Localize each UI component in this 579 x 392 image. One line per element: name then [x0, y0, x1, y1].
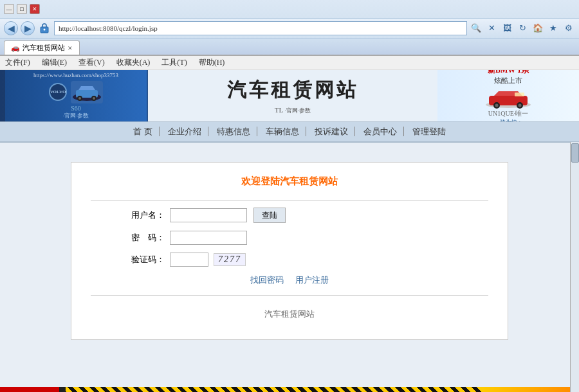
- svg-point-14: [495, 104, 499, 107]
- captcha-row: 验证码： 7277: [129, 253, 488, 267]
- bmw-section: 新BMW 1系 炫酷上市 UN1QUE·唯一 一骑为快 >: [437, 70, 579, 121]
- home-icon[interactable]: 🏠: [531, 22, 544, 35]
- unique-sub[interactable]: 一骑为快 >: [494, 118, 522, 121]
- settings-icon[interactable]: ⚙: [562, 22, 575, 35]
- login-title: 欢迎登陆汽车租赁网站: [91, 175, 488, 188]
- tab-favicon: 🚗: [11, 44, 20, 52]
- top-divider: [91, 200, 488, 201]
- links-row: 找回密码 用户注册: [91, 274, 488, 286]
- active-tab[interactable]: 🚗 汽车租赁网站 ✕: [4, 40, 80, 55]
- login-box: 欢迎登陆汽车租赁网站 用户名： 查陆 密 码： 验证码： 7277: [71, 162, 508, 340]
- register-link[interactable]: 用户注册: [295, 275, 329, 285]
- unique-text: UN1QUE·唯一: [488, 109, 529, 118]
- svg-point-1: [44, 29, 46, 31]
- close-button[interactable]: ✕: [30, 4, 40, 14]
- captcha-label: 验证码：: [129, 254, 165, 265]
- center-banner: 汽车租赁网站 TL ·官网·参数: [148, 70, 437, 121]
- volvo-sub: ·官网·参数: [63, 112, 89, 120]
- menu-help[interactable]: 帮助(H): [196, 56, 228, 69]
- bmw-sub: 炫酷上市: [494, 76, 522, 85]
- banner: https://www.huzhan.com/shop33753 https:/…: [0, 70, 579, 121]
- captcha-display: 7277: [214, 253, 246, 266]
- bottom-banner: 🦅 凤凰网 新版车险计算器: [0, 387, 579, 392]
- phoenix-logo: 🦅 凤凰网: [0, 387, 59, 392]
- minimize-button[interactable]: —: [4, 4, 14, 14]
- password-input[interactable]: [170, 231, 247, 245]
- stop-icon[interactable]: ✕: [485, 22, 498, 35]
- svg-point-15: [519, 104, 522, 107]
- username-row: 用户名： 查陆: [129, 208, 488, 223]
- bottom-ad-text[interactable]: 新版车险计算器: [481, 387, 579, 392]
- nav-admin[interactable]: 管理登陆: [406, 127, 452, 136]
- image-icon: 🖼: [501, 22, 513, 35]
- tab-close-button[interactable]: ✕: [68, 45, 73, 51]
- menu-favorites[interactable]: 收藏夹(A): [114, 56, 153, 69]
- search-icon[interactable]: 🔍: [470, 22, 482, 35]
- nav-about[interactable]: 企业介绍: [161, 127, 208, 136]
- svg-point-8: [93, 97, 95, 100]
- refresh-icon[interactable]: ↻: [516, 22, 529, 35]
- username-input[interactable]: [170, 208, 247, 222]
- volvo-section: https://www.huzhan.com/shop33753 VOLVO: [5, 70, 147, 121]
- nav-icons: 🔍 ✕ 🖼 ↻ 🏠 ★ ⚙: [470, 22, 575, 35]
- nav-vehicles[interactable]: 车辆信息: [259, 127, 306, 136]
- security-icon: [37, 21, 51, 35]
- volvo-watermark-text: https://www.huzhan.com/shop33753: [33, 72, 118, 78]
- favorites-icon[interactable]: ★: [547, 22, 560, 35]
- page-content: https://www.huzhan.com/shop33753 https:/…: [0, 70, 579, 387]
- captcha-input[interactable]: [170, 253, 208, 267]
- address-bar[interactable]: http://localhost:8080/qczl/login.jsp: [54, 21, 467, 35]
- title-bar: — □ ✕: [0, 0, 579, 18]
- bmw-car-image: [482, 87, 534, 109]
- nav-members[interactable]: 会员中心: [357, 127, 404, 136]
- menu-tools[interactable]: 工具(T): [159, 56, 189, 69]
- password-label: 密 码：: [129, 232, 165, 244]
- menu-view[interactable]: 查看(V): [76, 56, 107, 69]
- login-button[interactable]: 查陆: [253, 208, 286, 223]
- svg-point-7: [78, 97, 81, 100]
- menu-bar: 文件(F) 编辑(E) 查看(V) 收藏夹(A) 工具(T) 帮助(H): [0, 56, 579, 70]
- back-button[interactable]: ◀: [4, 21, 18, 35]
- navigation-bar: ◀ ▶ http://localhost:8080/qczl/login.jsp…: [0, 18, 579, 39]
- nav-menu: 首 页 企业介绍 特惠信息 车辆信息 投诉建议 会员中心 管理登陆: [0, 121, 579, 143]
- bottom-divider: [91, 295, 488, 296]
- svg-marker-4: [78, 86, 95, 90]
- nav-complaints[interactable]: 投诉建议: [308, 127, 355, 136]
- login-footer-text: 汽车租赁网站: [91, 308, 488, 320]
- nav-specials[interactable]: 特惠信息: [210, 127, 257, 136]
- menu-file[interactable]: 文件(F): [3, 56, 33, 69]
- scrollbar[interactable]: [570, 142, 579, 392]
- site-title-banner: 汽车租赁网站: [227, 77, 358, 103]
- bmw-model: 新BMW 1系: [488, 70, 529, 76]
- page-wrapper: https://www.huzhan.com/shop33753 https:/…: [0, 70, 579, 387]
- username-label: 用户名：: [129, 209, 165, 221]
- password-row: 密 码：: [129, 231, 488, 245]
- main-area: 欢迎登陆汽车租赁网站 用户名： 查陆 密 码： 验证码： 7277: [0, 143, 579, 387]
- forgot-password-link[interactable]: 找回密码: [250, 275, 284, 285]
- tabs-bar: 🚗 汽车租赁网站 ✕: [0, 39, 579, 55]
- menu-edit[interactable]: 编辑(E): [39, 56, 69, 69]
- svg-rect-16: [515, 93, 524, 96]
- tl-label: TL ·官网·参数: [275, 106, 311, 115]
- car-image-volvo: [71, 81, 103, 103]
- window-controls: — □ ✕: [4, 4, 40, 14]
- forward-button[interactable]: ▶: [21, 21, 35, 35]
- scroll-thumb[interactable]: [571, 143, 579, 163]
- volvo-model: S60: [71, 105, 81, 112]
- nav-home[interactable]: 首 页: [127, 127, 159, 136]
- tab-title: 汽车租赁网站: [23, 43, 65, 53]
- volvo-logo: VOLVO: [49, 83, 67, 101]
- maximize-button[interactable]: □: [17, 4, 27, 14]
